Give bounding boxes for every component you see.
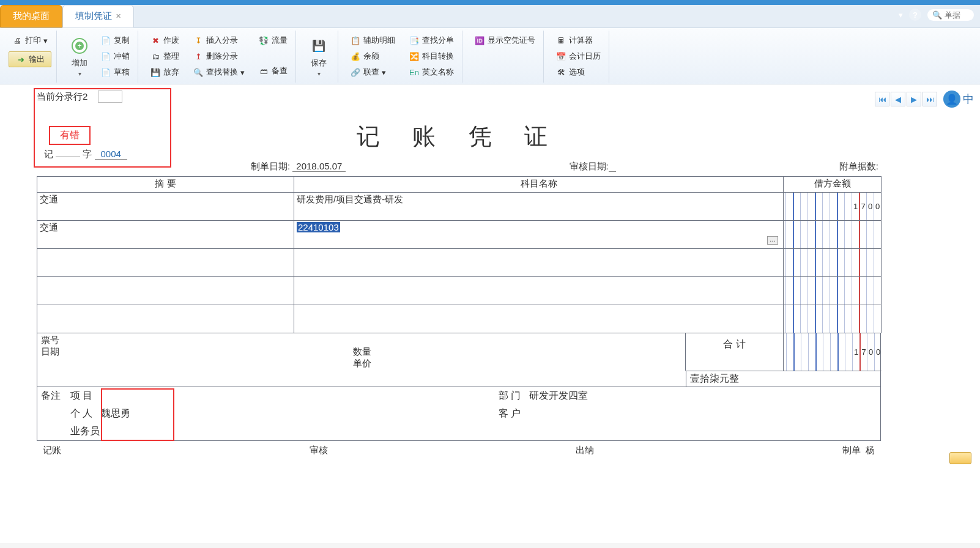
tidy-icon: 🗂: [150, 51, 161, 62]
dropdown-icon: ▾: [78, 70, 81, 77]
voucher-number-value[interactable]: 0004: [95, 149, 127, 160]
dept-label: 部 门: [499, 390, 521, 401]
ribbon-group-showempty: 🆔 显示空凭证号: [466, 31, 544, 83]
copy-button[interactable]: 📄复制: [97, 33, 133, 48]
dropdown-icon: ▾: [382, 68, 386, 77]
remarks-area: 备注 项 目 部 门 研发开发四室 个 人 魏思勇 客 户 业务员: [37, 387, 881, 441]
find-icon: 🔍: [193, 67, 204, 78]
table-row[interactable]: [37, 277, 882, 305]
insert-entry-button[interactable]: ↧插入分录: [190, 33, 241, 48]
nav-next-icon[interactable]: ▶: [907, 92, 921, 106]
search-input[interactable]: [945, 10, 969, 20]
voucher-header: 当前分录行2 有错 记 字 0004 记 账 凭 证 制单日期: 2018.05…: [37, 91, 881, 172]
global-search[interactable]: 🔍: [927, 9, 974, 21]
reverse-button[interactable]: 📄冲销: [97, 49, 133, 64]
help-icon[interactable]: ?: [909, 9, 921, 21]
backup-button[interactable]: 🗃备查: [255, 64, 291, 78]
dropdown-icon: ▾: [43, 36, 48, 45]
price-label: 单价: [353, 358, 371, 369]
summary-cell[interactable]: 交通: [37, 221, 294, 249]
nav-last-icon[interactable]: ⏭: [922, 92, 937, 106]
ribbon-group-query: 📋辅助明细 💰余额 🔗联查▾ 📑查找分单 🔀科目转换 En英文名称: [342, 31, 462, 83]
show-empty-button[interactable]: 🆔 显示空凭证号: [471, 33, 538, 48]
nav-prev-icon[interactable]: ◀: [891, 92, 905, 106]
tab-close-icon[interactable]: ✕: [116, 12, 121, 20]
eng-name-button[interactable]: En英文名称: [406, 65, 457, 80]
debit-cell[interactable]: [784, 277, 882, 305]
summary-cell[interactable]: [37, 277, 294, 305]
table-row[interactable]: [37, 249, 882, 277]
print-button[interactable]: 🖨 打印 ▾: [9, 33, 51, 48]
debit-cell[interactable]: [784, 305, 882, 333]
col-summary: 摘 要: [37, 177, 294, 193]
split-icon: 📑: [409, 35, 420, 46]
lookup-button[interactable]: …: [767, 236, 778, 245]
search-icon: 🔍: [932, 10, 942, 20]
convert-icon: 🔀: [409, 51, 420, 62]
sign-book: 记账: [43, 445, 61, 456]
discard-button[interactable]: 💾放弃: [147, 65, 182, 80]
options-icon: 🛠: [555, 67, 566, 78]
balance-button[interactable]: 💰余额: [347, 49, 382, 64]
ribbon-group-save: 💾 保存 ▾: [300, 31, 338, 83]
user-avatar-icon[interactable]: 👤: [943, 91, 960, 108]
detail-icon: 📋: [350, 35, 361, 46]
table-row[interactable]: [37, 305, 882, 333]
account-cell[interactable]: [294, 249, 784, 277]
findrepl-button[interactable]: 🔍查找替换▾: [190, 65, 248, 80]
tab-voucher-label: 填制凭证: [75, 10, 112, 22]
void-button[interactable]: ✖作废: [147, 33, 182, 48]
account-cell[interactable]: 研发费用/项目交通费-研发: [294, 193, 784, 221]
col-debit: 借方金额: [784, 177, 882, 193]
col-account: 科目名称: [294, 177, 784, 193]
acct-convert-button[interactable]: 🔀科目转换: [406, 49, 457, 64]
make-date-value[interactable]: 2018.05.07: [292, 161, 346, 172]
dept-value: 研发开发四室: [529, 390, 588, 401]
audit-date-value[interactable]: [609, 161, 616, 172]
table-row[interactable]: 交通22410103…: [37, 221, 882, 249]
calendar-button[interactable]: 📅会计日历: [552, 49, 604, 64]
date-label: 日期: [41, 346, 65, 358]
page-toggle[interactable]: [949, 452, 971, 466]
add-button[interactable]: + 增加 ▾: [65, 33, 94, 80]
flow-button[interactable]: 💱流量: [255, 33, 291, 48]
remarks-label: 备注: [41, 390, 70, 438]
summary-cell[interactable]: [37, 305, 294, 333]
make-date: 制单日期: 2018.05.07: [251, 161, 346, 172]
account-cell[interactable]: 22410103…: [294, 221, 784, 249]
dropdown-icon: ▾: [317, 70, 321, 77]
printer-icon: 🖨: [12, 35, 23, 46]
calculator-button[interactable]: 🖩计算器: [552, 33, 596, 48]
save-button[interactable]: 💾 保存 ▾: [305, 33, 333, 80]
related-button[interactable]: 🔗联查▾: [347, 65, 389, 80]
voucher-footer: 票号 日期 数量 单价 合 计 1700 壹拾柒元整: [37, 333, 881, 387]
lang-tag[interactable]: 中: [963, 92, 974, 106]
tab-dropdown-icon[interactable]: ▾: [899, 10, 903, 20]
aux-detail-button[interactable]: 📋辅助明细: [347, 33, 398, 48]
save-label: 保存: [311, 57, 327, 68]
account-cell[interactable]: [294, 277, 784, 305]
account-code[interactable]: 22410103: [297, 222, 340, 232]
tab-home[interactable]: 我的桌面: [0, 5, 62, 28]
delete-icon: ↥: [193, 51, 204, 62]
debit-cell[interactable]: [784, 221, 882, 249]
find-split-button[interactable]: 📑查找分单: [406, 33, 457, 48]
summary-cell[interactable]: [37, 249, 294, 277]
options-button[interactable]: 🛠选项: [552, 65, 588, 80]
summary-cell[interactable]: 交通: [37, 193, 294, 221]
delete-entry-button[interactable]: ↥删除分录: [190, 49, 241, 64]
tidy-button[interactable]: 🗂整理: [147, 49, 182, 64]
error-stamp: 有错: [49, 126, 91, 145]
draft-button[interactable]: 📄草稿: [97, 65, 133, 80]
export-button[interactable]: ➜ 输出: [9, 51, 51, 67]
debit-cell[interactable]: 1700: [784, 193, 882, 221]
table-row[interactable]: 交通研发费用/项目交通费-研发1700: [37, 193, 882, 221]
backup-icon: 🗃: [258, 65, 269, 76]
insert-icon: ↧: [193, 35, 204, 46]
export-label: 输出: [29, 54, 45, 65]
account-cell[interactable]: [294, 305, 784, 333]
debit-cell[interactable]: [784, 249, 882, 277]
annotation-box-2: [101, 388, 174, 441]
tab-voucher[interactable]: 填制凭证 ✕: [62, 5, 134, 28]
tabbar-right: ▾ ? 🔍: [899, 9, 974, 21]
